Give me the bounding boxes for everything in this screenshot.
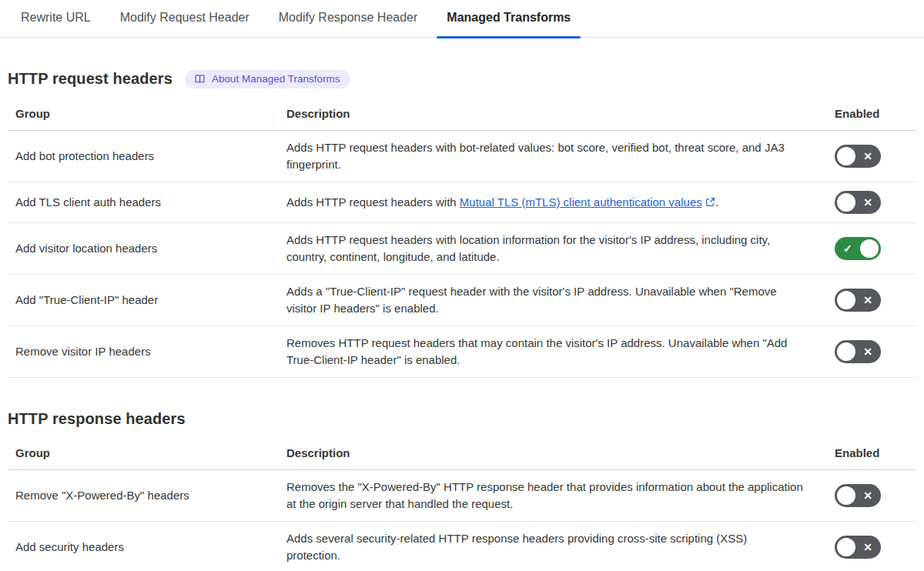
column-header-enabled: Enabled xyxy=(835,101,916,128)
book-icon xyxy=(195,74,206,84)
description-text: Adds HTTP request headers with bot-relat… xyxy=(286,141,785,171)
managed-transforms-table: Group Description Enabled Remove "X-Powe… xyxy=(8,439,916,571)
toggle-knob xyxy=(837,147,855,165)
enabled-toggle[interactable]: ✕ xyxy=(835,340,881,363)
toggle-knob xyxy=(837,291,855,309)
enabled-toggle[interactable]: ✕ xyxy=(835,191,881,214)
tab-modify-response-header[interactable]: Modify Response Header xyxy=(279,0,418,37)
group-cell: Add bot protection headers xyxy=(8,149,286,162)
group-cell: Add security headers xyxy=(8,540,286,553)
toggle-knob xyxy=(860,239,879,258)
description-text: Adds HTTP request headers with location … xyxy=(286,233,770,263)
x-icon: ✕ xyxy=(863,191,872,214)
description-text: Adds HTTP request headers with xyxy=(286,195,460,209)
description-cell: Adds HTTP request headers with location … xyxy=(286,232,835,265)
section-header: HTTP response headers xyxy=(8,410,916,428)
table-row: Remove visitor IP headers Removes HTTP r… xyxy=(8,326,916,378)
group-cell: Add visitor location headers xyxy=(8,242,286,255)
enabled-cell: ✕ xyxy=(835,289,916,312)
tab-modify-request-header[interactable]: Modify Request Header xyxy=(120,0,249,37)
enabled-toggle[interactable]: ✕ xyxy=(835,536,881,559)
group-cell: Add TLS client auth headers xyxy=(8,195,286,209)
enabled-cell: ✕ xyxy=(835,340,916,363)
tab-managed-transforms[interactable]: Managed Transforms xyxy=(447,0,571,37)
toggle-knob xyxy=(837,193,855,212)
badge-label: About Managed Transforms xyxy=(212,74,340,85)
description-cell: Adds HTTP request headers with Mutual TL… xyxy=(286,194,835,211)
table-row: Add bot protection headers Adds HTTP req… xyxy=(8,131,916,182)
description-text: Adds several security-related HTTP respo… xyxy=(286,532,747,562)
description-cell: Adds HTTP request headers with bot-relat… xyxy=(286,139,835,173)
column-header-group: Group xyxy=(8,440,286,467)
enabled-toggle[interactable]: ✕ xyxy=(835,484,881,507)
tab-label: Rewrite URL xyxy=(21,11,91,24)
tab-label: Modify Request Header xyxy=(120,11,249,24)
x-icon: ✕ xyxy=(863,340,872,363)
enabled-toggle[interactable]: ✓ xyxy=(835,237,881,260)
table-row: Add visitor location headers Adds HTTP r… xyxy=(8,223,916,275)
group-cell: Add "True-Client-IP" header xyxy=(8,293,286,306)
tab-rewrite-url[interactable]: Rewrite URL xyxy=(21,0,91,37)
external-link-icon xyxy=(705,197,715,207)
table-header-row: Group Description Enabled xyxy=(8,99,916,131)
section-title: HTTP request headers xyxy=(8,70,172,88)
toggle-knob xyxy=(837,538,855,556)
table-row: Add security headers Adds several securi… xyxy=(8,522,916,571)
toggle-knob xyxy=(837,486,855,505)
description-cell: Removes HTTP request headers that may co… xyxy=(286,335,835,369)
table-row: Remove "X-Powered-By" headers Removes th… xyxy=(8,470,916,522)
enabled-cell: ✕ xyxy=(835,191,916,214)
enabled-toggle[interactable]: ✕ xyxy=(835,289,881,312)
section-header: HTTP request headers About Managed Trans… xyxy=(8,70,916,88)
check-icon: ✓ xyxy=(843,237,852,260)
about-managed-transforms-badge[interactable]: About Managed Transforms xyxy=(185,70,350,88)
column-header-enabled: Enabled xyxy=(835,440,916,467)
x-icon: ✕ xyxy=(863,289,872,312)
section-http-response-headers: HTTP response headers Group Description … xyxy=(8,410,916,571)
section-title: HTTP response headers xyxy=(8,410,186,428)
description-text: Removes HTTP request headers that may co… xyxy=(286,336,787,366)
column-header-description: Description xyxy=(286,99,835,130)
enabled-toggle[interactable]: ✕ xyxy=(835,145,881,168)
description-suffix: . xyxy=(715,195,718,209)
tab-label: Modify Response Header xyxy=(279,11,418,24)
x-icon: ✕ xyxy=(863,536,872,559)
column-header-group: Group xyxy=(8,101,286,128)
group-cell: Remove visitor IP headers xyxy=(8,345,286,358)
column-header-description: Description xyxy=(286,439,835,469)
description-cell: Removes the "X-Powered-By" HTTP response… xyxy=(286,479,835,513)
enabled-cell: ✓ xyxy=(835,237,916,260)
tab-bar: Rewrite URL Modify Request Header Modify… xyxy=(0,0,924,38)
table-row: Add TLS client auth headers Adds HTTP re… xyxy=(8,182,916,223)
managed-transforms-table: Group Description Enabled Add bot protec… xyxy=(8,99,916,378)
enabled-cell: ✕ xyxy=(835,145,916,168)
group-cell: Remove "X-Powered-By" headers xyxy=(8,489,286,502)
table-header-row: Group Description Enabled xyxy=(8,439,916,470)
mtls-documentation-link[interactable]: Mutual TLS (mTLS) client authentication … xyxy=(460,195,715,209)
enabled-cell: ✕ xyxy=(835,536,916,559)
description-cell: Adds several security-related HTTP respo… xyxy=(286,530,835,564)
tab-label: Managed Transforms xyxy=(447,11,571,24)
section-http-request-headers: HTTP request headers About Managed Trans… xyxy=(8,70,916,378)
x-icon: ✕ xyxy=(863,145,872,168)
table-row: Add "True-Client-IP" header Adds a "True… xyxy=(8,275,916,326)
description-cell: Adds a "True-Client-IP" request header w… xyxy=(286,283,835,317)
x-icon: ✕ xyxy=(863,484,872,507)
description-text: Removes the "X-Powered-By" HTTP response… xyxy=(286,480,803,510)
main-content: HTTP request headers About Managed Trans… xyxy=(8,70,916,571)
description-text: Adds a "True-Client-IP" request header w… xyxy=(286,285,777,315)
enabled-cell: ✕ xyxy=(835,484,916,507)
toggle-knob xyxy=(837,342,855,361)
